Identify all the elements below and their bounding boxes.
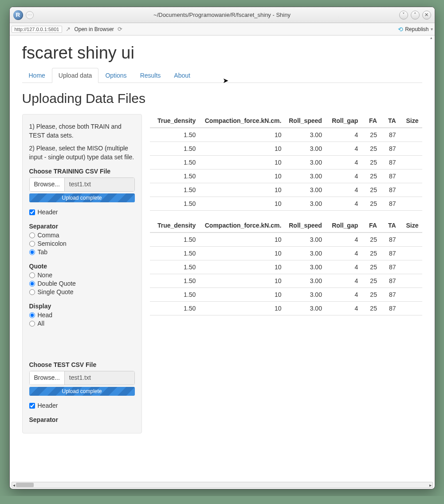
table-cell xyxy=(400,288,422,302)
table-cell xyxy=(400,128,422,142)
table-cell: 87 xyxy=(381,169,400,183)
republish-label: Republish xyxy=(405,26,428,32)
republish-button[interactable]: ⟲ Republish ▾ xyxy=(398,26,432,33)
horizontal-scrollbar[interactable]: ◂ ▸ xyxy=(12,482,433,488)
column-header: Size xyxy=(400,219,422,232)
table-cell: 1.50 xyxy=(150,260,200,274)
train-file-input[interactable]: Browse... test1.txt xyxy=(29,177,135,192)
open-in-browser-button[interactable]: Open in Browser xyxy=(74,26,114,32)
intro-text-1: 1) Please, chose both TRAIN and TEST dat… xyxy=(29,122,135,140)
column-header: Size xyxy=(400,114,422,128)
train-data-table: True_densityCompaction_force.kN.cm.Roll_… xyxy=(150,114,422,211)
section-title: Uploading Data Files xyxy=(22,91,422,106)
table-cell: 25 xyxy=(361,302,381,315)
table-cell: 3.00 xyxy=(285,197,325,211)
test-header-checkbox[interactable] xyxy=(29,403,35,409)
quote-radio-single-quote[interactable] xyxy=(29,289,35,295)
table-cell xyxy=(400,247,422,260)
table-cell: 4 xyxy=(326,302,361,315)
quote-radio-double-quote[interactable] xyxy=(29,281,35,287)
column-header: True_density xyxy=(150,219,200,232)
train-browse-button[interactable]: Browse... xyxy=(30,178,65,191)
table-cell: 4 xyxy=(326,183,361,197)
table-cell: 4 xyxy=(326,232,361,247)
table-row: 1.50103.0042587 xyxy=(150,260,422,274)
r-logo-icon: R xyxy=(13,10,23,20)
tab-about[interactable]: About xyxy=(167,68,197,83)
separator-radio-semicolon[interactable] xyxy=(29,241,35,247)
table-cell: 25 xyxy=(361,156,381,169)
train-file-label: Choose TRAINING CSV File xyxy=(29,168,135,175)
table-row: 1.50103.0042587 xyxy=(150,247,422,260)
test-browse-button[interactable]: Browse... xyxy=(30,371,65,385)
tab-options[interactable]: Options xyxy=(98,68,133,83)
table-cell: 25 xyxy=(361,142,381,156)
table-cell: 1.50 xyxy=(150,156,200,169)
table-cell: 10 xyxy=(199,142,285,156)
table-row: 1.50103.0042587 xyxy=(150,156,422,169)
tab-home[interactable]: Home xyxy=(22,68,52,83)
test-file-input[interactable]: Browse... test1.txt xyxy=(29,371,135,385)
table-row: 1.50103.0042587 xyxy=(150,142,422,156)
table-cell: 25 xyxy=(361,288,381,302)
column-header: FA xyxy=(361,114,381,128)
refresh-icon[interactable]: ⟳ xyxy=(118,26,122,32)
table-cell: 1.50 xyxy=(150,232,200,247)
table-cell: 3.00 xyxy=(285,128,325,142)
table-cell: 10 xyxy=(199,169,285,183)
table-cell: 4 xyxy=(326,274,361,288)
table-cell: 10 xyxy=(199,302,285,315)
table-cell: 87 xyxy=(381,247,400,260)
app-title: fscaret shiny ui xyxy=(22,43,422,63)
display-radio-head[interactable] xyxy=(29,312,35,318)
train-header-checkbox[interactable] xyxy=(29,209,35,215)
quote-radio-none[interactable] xyxy=(29,272,35,278)
table-row: 1.50103.0042587 xyxy=(150,274,422,288)
url-field[interactable]: http://127.0.0.1:5801 xyxy=(12,26,63,33)
column-header: Compaction_force.kN.cm. xyxy=(199,114,285,128)
display-label: Display xyxy=(29,303,135,310)
train-header-label: Header xyxy=(38,209,58,216)
app-menu-icon[interactable]: ⋯ xyxy=(26,11,34,19)
quote-option-label: Single Quote xyxy=(38,288,74,295)
vertical-scrollbar[interactable]: ▴ xyxy=(429,35,434,482)
table-cell: 10 xyxy=(199,183,285,197)
table-cell xyxy=(400,232,422,247)
table-cell xyxy=(400,274,422,288)
table-cell: 3.00 xyxy=(285,274,325,288)
column-header: Roll_speed xyxy=(285,219,325,232)
minimize-button[interactable]: ˅ xyxy=(399,11,408,20)
table-cell: 87 xyxy=(381,288,400,302)
column-header: Compaction_force.kN.cm. xyxy=(199,219,285,232)
table-cell: 87 xyxy=(381,128,400,142)
tab-results[interactable]: Results xyxy=(134,68,168,83)
display-radio-all[interactable] xyxy=(29,321,35,327)
table-cell: 1.50 xyxy=(150,247,200,260)
separator-radio-tab[interactable] xyxy=(29,249,35,255)
table-cell: 1.50 xyxy=(150,302,200,315)
separator-radio-comma[interactable] xyxy=(29,232,35,238)
separator-label: Separator xyxy=(29,223,135,230)
nav-tabs: HomeUpload dataOptionsResultsAbout xyxy=(22,68,422,83)
close-button[interactable]: ✕ xyxy=(422,11,431,20)
table-cell: 4 xyxy=(326,260,361,274)
column-header: Roll_speed xyxy=(285,114,325,128)
maximize-button[interactable]: ˄ xyxy=(411,11,420,20)
table-cell: 25 xyxy=(361,169,381,183)
table-cell xyxy=(400,169,422,183)
tab-upload-data[interactable]: Upload data xyxy=(52,68,99,83)
test-data-table: True_densityCompaction_force.kN.cm.Roll_… xyxy=(150,219,422,315)
table-cell: 87 xyxy=(381,142,400,156)
table-row: 1.50103.0042587 xyxy=(150,197,422,211)
table-cell: 3.00 xyxy=(285,247,325,260)
table-cell: 10 xyxy=(199,247,285,260)
table-cell: 4 xyxy=(326,128,361,142)
test-header-label: Header xyxy=(38,402,58,409)
table-cell: 3.00 xyxy=(285,142,325,156)
column-header: Roll_gap xyxy=(326,219,361,232)
table-row: 1.50103.0042587 xyxy=(150,288,422,302)
column-header: TA xyxy=(381,219,400,232)
popout-icon[interactable]: ↗ xyxy=(66,26,71,32)
table-cell: 10 xyxy=(199,128,285,142)
toolbar: http://127.0.0.1:5801 ↗ Open in Browser … xyxy=(10,23,435,35)
